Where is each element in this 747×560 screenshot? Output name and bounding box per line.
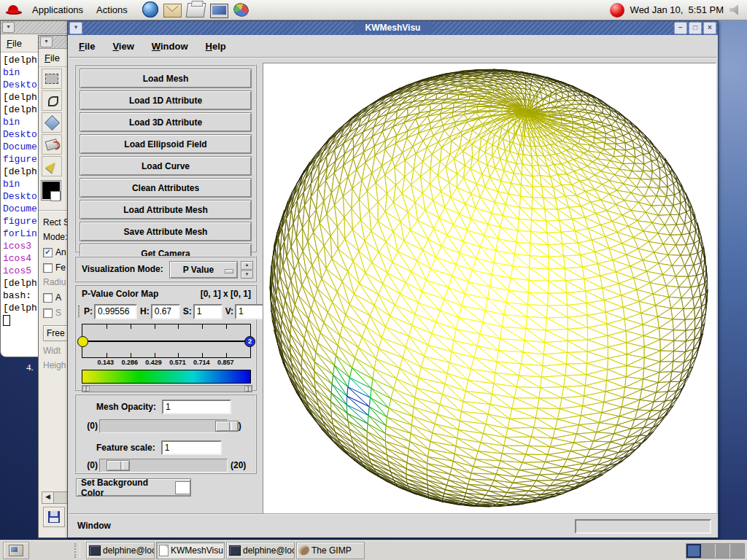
- s-value-entry[interactable]: 1: [193, 304, 222, 319]
- gimp-tool-button[interactable]: [42, 69, 62, 89]
- feature-slider-handle[interactable]: [107, 460, 130, 471]
- task-button-delphine-loca[interactable]: delphine@loca: [226, 542, 295, 559]
- colormap-scrollbar[interactable]: [ ]: [82, 385, 252, 392]
- kwmeshvisu-window[interactable]: ▾ KWMeshVisu − □ × FileViewWindowHelp Lo…: [67, 20, 719, 538]
- v-value-entry[interactable]: 1: [235, 304, 264, 319]
- gimp-horizontal-scrollbar[interactable]: ◀: [42, 491, 68, 504]
- scroll-left-arrow-icon[interactable]: ◀: [42, 492, 54, 503]
- applications-menu[interactable]: Applications: [29, 3, 86, 17]
- bucket-fill-icon: [45, 139, 59, 151]
- function-tick: [131, 324, 131, 329]
- workspace-switcher[interactable]: [686, 543, 745, 559]
- alert-notification-icon[interactable]: [610, 3, 624, 18]
- colormap-function-editor[interactable]: 2: [82, 324, 251, 358]
- background-color-swatch[interactable]: [50, 191, 61, 201]
- gimp-tool-button[interactable]: [42, 90, 62, 111]
- load-curve-button[interactable]: Load Curve: [80, 156, 252, 176]
- p-value-entry[interactable]: 0.99556: [94, 304, 137, 319]
- menu-window[interactable]: Window: [144, 38, 196, 55]
- load-1d-attribute-button[interactable]: Load 1D Attribute: [80, 90, 252, 110]
- antialias-checkbox-row[interactable]: ✔ An: [43, 247, 68, 257]
- load-attribute-mesh-button[interactable]: Load Attribute Mesh: [80, 200, 252, 219]
- sliders-frame: Mesh Opacity: 1 (0) (1) Feature scale: 1: [74, 394, 257, 474]
- desktop: 4. ▾ File [delphbinDeskto[delph[delphbin…: [0, 0, 747, 560]
- terminal-menu-file[interactable]: File: [1, 36, 28, 50]
- screenshot-icon[interactable]: [210, 4, 228, 18]
- window-menu-icon[interactable]: ▾: [69, 22, 82, 34]
- colormap-handle-right[interactable]: 2: [244, 336, 255, 347]
- clock[interactable]: Wed Jan 10, 5:51 PM: [630, 4, 724, 15]
- spin-down-icon[interactable]: ▼: [241, 271, 253, 279]
- minimize-button[interactable]: −: [674, 22, 687, 34]
- gimp-menu-file[interactable]: File: [39, 51, 66, 65]
- gimp-save-button[interactable]: [43, 507, 65, 527]
- mesh-viewport[interactable]: [263, 63, 716, 515]
- workspace-1[interactable]: [686, 544, 701, 558]
- workspace-3[interactable]: [716, 544, 730, 558]
- free-select-dropdown[interactable]: Free: [43, 325, 69, 341]
- taskbar-grip[interactable]: [74, 543, 80, 558]
- checkbox[interactable]: ✔: [43, 248, 53, 257]
- feature-scale-entry[interactable]: 1: [161, 440, 222, 455]
- opacity-slider-handle[interactable]: [215, 421, 239, 432]
- function-tick: [226, 324, 227, 329]
- window-menu-icon[interactable]: ▾: [2, 22, 15, 33]
- task-button-delphine-loca[interactable]: delphine@loca: [86, 542, 155, 559]
- window-menu-icon[interactable]: ▾: [40, 36, 53, 47]
- gimp-toolbox-window[interactable]: ▾ File Rect S Mode: ✔ An Fe Radiu A: [38, 35, 69, 538]
- web-browser-icon[interactable]: [142, 1, 158, 18]
- print-icon[interactable]: [185, 3, 206, 18]
- terminal-titlebar[interactable]: ▾: [1, 21, 68, 34]
- maximize-button[interactable]: □: [689, 22, 702, 34]
- gimp-tool-button[interactable]: [42, 112, 62, 133]
- checkbox[interactable]: [43, 308, 53, 318]
- wireframe-sphere-canvas[interactable]: [263, 63, 714, 513]
- chart-icon[interactable]: [231, 1, 250, 19]
- save-attribute-mesh-button[interactable]: Save Attribute Mesh: [80, 222, 252, 241]
- gimp-menubar: File: [39, 49, 68, 67]
- feather-checkbox-row[interactable]: Fe: [43, 262, 68, 273]
- actions-menu[interactable]: Actions: [93, 3, 131, 17]
- mesh-opacity-slider[interactable]: [99, 419, 228, 433]
- checkbox[interactable]: [43, 293, 53, 303]
- workspace-4[interactable]: [730, 544, 744, 558]
- task-button-the-gimp[interactable]: The GIMP: [296, 542, 365, 559]
- feature-scale-slider[interactable]: [99, 459, 228, 472]
- gimp-titlebar[interactable]: ▾: [39, 36, 68, 49]
- gimp-tool-button[interactable]: [42, 134, 62, 155]
- gimp-color-swatches[interactable]: [42, 181, 63, 206]
- scrollbar-left-end[interactable]: [: [82, 386, 90, 392]
- redhat-menu-icon[interactable]: [6, 4, 22, 17]
- auto-checkbox-row[interactable]: A: [43, 292, 68, 303]
- menu-help[interactable]: Help: [198, 38, 233, 55]
- load-mesh-button[interactable]: Load Mesh: [80, 69, 252, 88]
- workspace-2[interactable]: [701, 544, 716, 558]
- h-value-entry[interactable]: 0.67: [151, 304, 180, 319]
- terminal-cursor: [3, 315, 10, 326]
- task-button-kwmeshvisu[interactable]: KWMeshVisu: [156, 542, 225, 559]
- load-3d-attribute-button[interactable]: Load 3D Attribute: [80, 112, 252, 132]
- close-button[interactable]: ×: [703, 22, 716, 34]
- spin-up-icon[interactable]: ▲: [241, 261, 253, 270]
- menu-view[interactable]: View: [105, 38, 141, 55]
- load-ellipsoid-field-button[interactable]: Load Ellipsoid Field: [80, 134, 252, 154]
- gimp-tool-button[interactable]: [42, 156, 62, 176]
- menu-file[interactable]: File: [71, 38, 102, 55]
- menubar: FileViewWindowHelp: [69, 35, 717, 58]
- visualization-mode-dropdown[interactable]: P Value: [169, 261, 238, 279]
- email-icon[interactable]: [163, 4, 182, 18]
- show-desktop-button[interactable]: [3, 542, 29, 559]
- scrollbar-right-end[interactable]: ]: [244, 386, 252, 392]
- grip-icon[interactable]: [78, 306, 80, 317]
- mesh-opacity-entry[interactable]: 1: [162, 400, 231, 414]
- clean-attributes-button[interactable]: Clean Attributes: [80, 178, 252, 198]
- sample-checkbox-row[interactable]: S: [43, 308, 68, 318]
- terminal-icon: [89, 545, 101, 556]
- titlebar[interactable]: ▾ KWMeshVisu − □ ×: [68, 21, 718, 35]
- statusbar-field: [575, 519, 711, 534]
- colormap-handle-left[interactable]: [77, 336, 88, 347]
- checkbox[interactable]: [43, 263, 53, 273]
- volume-icon[interactable]: [729, 4, 741, 16]
- set-background-color-button[interactable]: Set Background Color: [76, 478, 191, 497]
- field-label: S:: [183, 306, 192, 316]
